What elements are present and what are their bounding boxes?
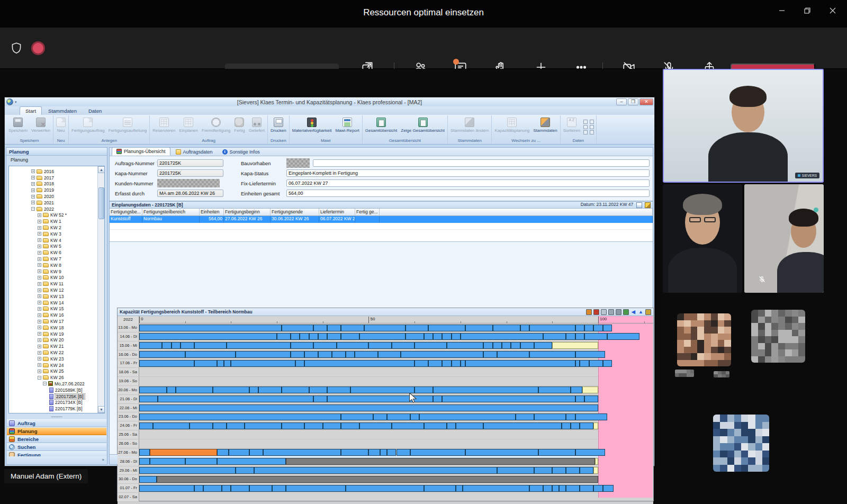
gantt-bar-segment[interactable] bbox=[575, 449, 605, 456]
expand-icon[interactable]: + bbox=[38, 245, 41, 248]
gantt-bar-segment[interactable] bbox=[580, 422, 593, 429]
field-fix-liefertermin[interactable]: 06.07.2022 KW 27 bbox=[286, 179, 650, 187]
tree-item[interactable]: +KW 21 bbox=[9, 343, 97, 349]
gantt-bar-segment[interactable] bbox=[442, 360, 451, 367]
gantt-bar-segment[interactable] bbox=[497, 467, 534, 474]
expand-icon[interactable]: + bbox=[38, 370, 41, 373]
gantt-bar-segment[interactable] bbox=[139, 476, 157, 483]
maximize-button[interactable] bbox=[795, 0, 819, 21]
gantt-bar-segment[interactable] bbox=[552, 485, 559, 492]
expand-icon[interactable]: + bbox=[38, 213, 41, 217]
ribbon-button-gesamtübersicht[interactable]: Gesamtübersicht bbox=[364, 116, 399, 138]
video-tile-participant-2[interactable] bbox=[744, 184, 824, 293]
expand-icon[interactable]: + bbox=[38, 320, 41, 323]
printer-icon[interactable] bbox=[601, 309, 607, 315]
tree-item[interactable]: +KW 20 bbox=[9, 337, 97, 344]
gantt-bar-segment[interactable] bbox=[231, 485, 249, 492]
gantt-bar-segment[interactable] bbox=[217, 360, 224, 367]
gantt-bar-segment[interactable] bbox=[463, 485, 529, 492]
gantt-bar-segment[interactable] bbox=[447, 422, 456, 429]
gantt-row[interactable]: 19.06 - So bbox=[118, 377, 653, 386]
edit-icon[interactable] bbox=[645, 202, 651, 208]
tree-item[interactable]: 2201725K [B] bbox=[9, 393, 97, 400]
page-new-icon[interactable] bbox=[590, 125, 594, 129]
tab-sonstige-infos[interactable]: iSonstige Infos bbox=[218, 148, 264, 156]
gantt-bar-segment[interactable] bbox=[341, 333, 359, 340]
gantt-row[interactable]: 26.06 - So bbox=[118, 439, 653, 448]
scroll-up-icon[interactable]: ▲ bbox=[98, 166, 105, 173]
gantt-row[interactable]: 14.06 - Di bbox=[118, 332, 653, 341]
tree-item[interactable]: +KW 9 bbox=[9, 268, 97, 275]
gantt-row[interactable]: 22.06 - Mi bbox=[118, 404, 653, 413]
tree-item[interactable]: +KW 3 bbox=[9, 231, 97, 237]
gantt-bar-segment[interactable] bbox=[566, 333, 575, 340]
gantt-bar-segment[interactable] bbox=[461, 360, 465, 367]
gantt-bar-segment[interactable] bbox=[249, 449, 263, 456]
gantt-bar-segment[interactable] bbox=[575, 413, 608, 420]
expand-panel-icon[interactable]: » bbox=[102, 457, 104, 462]
gantt-row[interactable]: 20.06 - Mo bbox=[118, 386, 653, 395]
gantt-bar-segment[interactable] bbox=[157, 476, 598, 483]
ribbon-button-drucken[interactable]: Drucken bbox=[269, 116, 288, 138]
gantt-bar-segment[interactable] bbox=[410, 413, 419, 420]
gantt-bar-segment[interactable] bbox=[323, 422, 341, 429]
gantt-bar-segment[interactable] bbox=[603, 485, 614, 492]
gantt-bar-segment[interactable] bbox=[566, 467, 580, 474]
field-auftrags-nummer[interactable]: 2201725K bbox=[157, 159, 223, 167]
gantt-bar-segment[interactable] bbox=[397, 449, 410, 456]
gantt-bar-segment[interactable] bbox=[139, 395, 158, 402]
expand-icon[interactable]: + bbox=[38, 313, 41, 317]
gantt-bar-segment[interactable] bbox=[176, 386, 212, 393]
tree-item[interactable]: 2201779K [B] bbox=[9, 406, 97, 412]
expand-icon[interactable]: + bbox=[38, 363, 41, 367]
gantt-bar-segment[interactable] bbox=[139, 404, 598, 411]
tree-item[interactable]: +KW 16 bbox=[9, 312, 97, 318]
gantt-bar-segment[interactable] bbox=[327, 325, 341, 331]
gantt-bar-segment[interactable] bbox=[424, 485, 456, 492]
gantt-bar-segment[interactable] bbox=[433, 386, 538, 393]
app-minimize-button[interactable]: – bbox=[616, 98, 627, 105]
expand-icon[interactable]: + bbox=[38, 301, 41, 304]
ribbon-button-mawi-report[interactable]: Mawi-Report bbox=[334, 116, 361, 138]
gantt-bar-segment[interactable] bbox=[150, 458, 185, 465]
gantt-bar-segment[interactable] bbox=[341, 422, 359, 429]
gantt-bar-segment[interactable] bbox=[447, 342, 483, 349]
gantt-bar-segment[interactable] bbox=[286, 485, 346, 492]
gantt-bar-segment[interactable] bbox=[387, 413, 410, 420]
gantt-bar-segment[interactable] bbox=[236, 467, 254, 474]
gantt-bar-segment[interactable] bbox=[456, 422, 483, 429]
collapse-icon[interactable]: − bbox=[43, 382, 47, 385]
calendar-icon[interactable] bbox=[645, 309, 651, 315]
app-titlebar[interactable]: ▾ [Sievers] Klaes Termin- und Kapazitäts… bbox=[5, 97, 654, 106]
gantt-bar-segment[interactable] bbox=[534, 413, 566, 420]
gantt-bar-segment[interactable] bbox=[304, 360, 415, 367]
gantt-row[interactable]: 13.06 - Mo bbox=[118, 323, 653, 332]
gantt-bar-segment[interactable] bbox=[139, 485, 194, 492]
tree-item[interactable]: +KW 25 bbox=[9, 368, 97, 375]
gantt-bar-segment[interactable] bbox=[571, 422, 580, 429]
sidebar-splitter[interactable]: •••••••••• bbox=[6, 416, 107, 419]
gantt-bar-segment[interactable] bbox=[493, 325, 520, 331]
gantt-bar-segment[interactable] bbox=[282, 422, 304, 429]
gantt-bar-segment[interactable] bbox=[538, 449, 575, 456]
gantt-bar-segment[interactable] bbox=[153, 422, 190, 429]
tree-item[interactable]: +2020 bbox=[9, 193, 97, 200]
field-einheiten-gesamt[interactable]: 564,00 bbox=[286, 190, 650, 197]
gantt-bar-segment[interactable] bbox=[529, 351, 575, 358]
ribbon-button-stammdaten[interactable]: Stammdaten bbox=[531, 116, 558, 138]
expand-icon[interactable]: + bbox=[38, 357, 41, 361]
gantt-bar-segment[interactable] bbox=[538, 386, 571, 393]
expand-icon[interactable]: + bbox=[38, 338, 41, 342]
expand-icon[interactable]: + bbox=[38, 294, 41, 298]
gantt-bar-segment[interactable] bbox=[582, 386, 598, 393]
gantt-bar-segment[interactable] bbox=[493, 342, 502, 349]
gantt-bar-segment[interactable] bbox=[380, 449, 387, 456]
gantt-bar-segment[interactable] bbox=[341, 325, 364, 331]
gantt-bar-segment[interactable] bbox=[277, 333, 291, 340]
gantt-bar-segment[interactable] bbox=[392, 342, 415, 349]
gantt-bar-segment[interactable] bbox=[584, 325, 593, 331]
gantt-bar-segment[interactable] bbox=[415, 342, 447, 349]
gantt-bar-segment[interactable] bbox=[543, 485, 552, 492]
expand-icon[interactable]: + bbox=[38, 289, 41, 292]
gantt-bar-segment[interactable] bbox=[520, 325, 529, 331]
